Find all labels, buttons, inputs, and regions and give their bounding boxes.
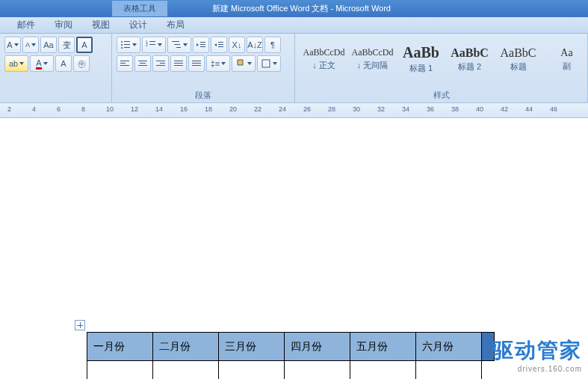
shrink-font-button[interactable]: A [22,37,39,53]
ribbon-tabs: 邮件 审阅 视图 设计 布局 [0,17,588,34]
document-title: 新建 Microsoft Office Word 文档 - Microsoft … [212,3,391,14]
svg-rect-29 [174,63,183,64]
change-case-button[interactable]: Aa [40,37,57,53]
table-header-cell[interactable]: 六月份 [416,333,482,361]
table-header-cell[interactable]: 四月份 [285,333,350,361]
svg-rect-12 [176,47,181,48]
tab-layout[interactable]: 布局 [157,19,194,31]
borders-button[interactable] [257,55,281,72]
tab-mail[interactable]: 邮件 [7,19,45,31]
styles-group: AaBbCcDd↓ 正文AaBbCcDd↓ 无间隔AaBb标题 1AaBbC标题… [295,34,588,102]
svg-rect-30 [174,65,183,66]
svg-rect-32 [192,63,201,64]
watermark: 驱动管家 drivers.160.com [492,336,582,373]
style-option-3[interactable]: AaBbC标题 2 [445,37,494,81]
shading-button[interactable] [232,55,256,72]
svg-rect-14 [200,44,205,45]
table-cell[interactable] [87,361,153,380]
ribbon: A A Aa 变 A ab A A ㊥ 12 X↓ A↓Z ¶ [0,34,588,103]
font-color-button[interactable]: A [30,55,54,72]
table-cell[interactable] [219,361,285,380]
svg-rect-25 [156,61,165,61]
numbering-button[interactable]: 12 [142,37,166,53]
svg-point-0 [121,41,123,43]
svg-rect-26 [160,63,165,64]
svg-rect-1 [124,41,130,42]
svg-rect-23 [140,63,146,64]
svg-rect-33 [192,65,201,66]
svg-text:2: 2 [146,43,148,47]
svg-rect-34 [262,60,270,67]
svg-rect-24 [138,65,147,66]
bullets-button[interactable] [117,37,140,53]
text-direction-button[interactable]: X↓ [229,37,245,53]
character-shading-button[interactable]: A [55,55,72,72]
svg-rect-28 [174,61,183,61]
align-left-button[interactable] [117,55,133,72]
align-right-button[interactable] [152,55,169,72]
table-cell[interactable] [350,361,416,380]
font-group: A A Aa 变 A ab A A ㊥ [0,34,112,102]
tab-view[interactable]: 视图 [82,19,120,31]
title-bar: 表格工具 新建 Microsoft Office Word 文档 - Micro… [0,0,588,17]
svg-rect-11 [174,44,180,45]
tab-review[interactable]: 审阅 [45,19,82,31]
table-header-cell[interactable]: 三月份 [219,333,285,361]
character-border-button[interactable]: A [76,37,93,53]
svg-point-2 [121,44,123,46]
align-center-button[interactable] [134,55,151,72]
increase-indent-button[interactable] [211,37,227,53]
tab-design[interactable]: 设计 [120,19,157,31]
paragraph-group: 12 X↓ A↓Z ¶ ‡≡ 段落 [112,34,295,102]
watermark-sub: drivers.160.com [492,365,582,373]
style-option-4[interactable]: AaBbC标题 [494,37,542,81]
svg-rect-3 [124,44,130,45]
table-header-cell[interactable]: 一月份 [87,333,153,361]
show-marks-button[interactable]: ¶ [264,37,281,53]
table-move-handle[interactable] [75,320,85,330]
svg-rect-5 [124,47,130,48]
svg-rect-17 [218,44,223,45]
paragraph-group-label: 段落 [112,90,294,101]
table-cell[interactable] [416,361,482,380]
svg-rect-7 [149,41,155,42]
table-cell[interactable] [285,361,350,380]
svg-rect-31 [192,61,201,61]
sort-button[interactable]: A↓Z [247,37,263,53]
document-table[interactable]: 一月份二月份三月份四月份五月份六月份 [87,332,495,379]
styles-group-label: 样式 [295,90,587,101]
svg-rect-9 [149,44,155,45]
svg-rect-27 [156,65,165,66]
enclose-characters-button[interactable]: ㊥ [73,55,90,72]
horizontal-ruler[interactable]: 2468101214161820222426283032343638404244… [0,103,588,118]
style-option-1[interactable]: AaBbCcDd↓ 无间隔 [348,37,397,81]
contextual-tab-group: 表格工具 [112,1,167,16]
svg-rect-20 [120,63,126,64]
style-option-2[interactable]: AaBb标题 1 [397,37,445,81]
svg-rect-19 [120,61,129,61]
style-option-0[interactable]: AaBbCcDd↓ 正文 [300,37,348,81]
grow-font-button[interactable]: A [4,37,21,53]
distributed-button[interactable] [188,55,205,72]
phonetic-guide-button[interactable]: 变 [58,37,75,53]
svg-point-4 [121,47,123,49]
svg-rect-16 [218,42,223,43]
line-spacing-button[interactable]: ‡≡ [206,55,230,72]
style-option-5[interactable]: Aa副 [542,37,588,81]
svg-rect-10 [172,41,179,42]
svg-rect-22 [138,61,147,61]
table-cell[interactable] [153,361,219,380]
table-header-cell[interactable]: 五月份 [350,333,416,361]
watermark-main: 驱动管家 [492,336,582,365]
multilevel-list-button[interactable] [167,37,191,53]
highlight-button[interactable]: ab [4,55,28,72]
svg-rect-18 [218,46,223,47]
svg-rect-13 [200,42,205,43]
decrease-indent-button[interactable] [193,37,209,53]
table-header-cell[interactable]: 二月份 [153,333,219,361]
justify-button[interactable] [170,55,187,72]
svg-rect-15 [200,46,205,47]
svg-rect-21 [120,65,129,66]
